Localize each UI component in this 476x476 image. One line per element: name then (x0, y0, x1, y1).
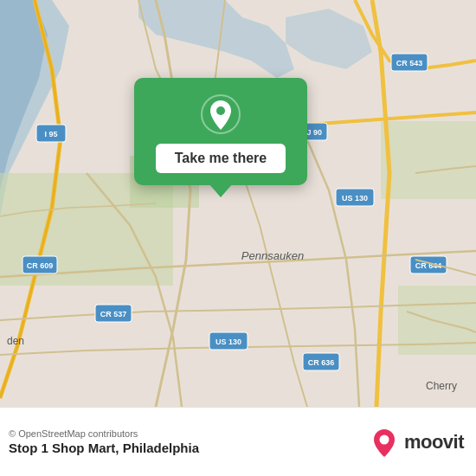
take-me-there-button[interactable]: Take me there (156, 144, 286, 173)
moovit-logo: moovit (370, 428, 464, 457)
map-svg: I 95 NJ 90 US 130 CR 543 CR 609 CR 537 U… (0, 0, 476, 407)
svg-text:CR 543: CR 543 (396, 59, 423, 68)
svg-point-27 (216, 106, 225, 115)
svg-text:CR 537: CR 537 (100, 310, 127, 318)
svg-text:US 130: US 130 (342, 194, 368, 203)
svg-point-28 (379, 434, 389, 444)
moovit-label: moovit (404, 431, 464, 453)
bottom-bar: © OpenStreetMap contributors Stop 1 Shop… (0, 407, 476, 476)
moovit-icon (370, 428, 399, 457)
bottom-info: © OpenStreetMap contributors Stop 1 Shop… (9, 428, 199, 455)
popup-card: Take me there (134, 78, 307, 185)
svg-text:CR 636: CR 636 (308, 358, 335, 367)
svg-text:I 95: I 95 (44, 130, 57, 138)
place-name: Stop 1 Shop Mart, Philadelphia (9, 441, 199, 455)
svg-rect-3 (381, 121, 476, 199)
map-container: I 95 NJ 90 US 130 CR 543 CR 609 CR 537 U… (0, 0, 476, 407)
svg-text:den: den (7, 335, 24, 347)
location-pin-icon (200, 93, 241, 135)
osm-attribution: © OpenStreetMap contributors (9, 428, 199, 439)
svg-text:CR 609: CR 609 (27, 261, 54, 270)
svg-text:US 130: US 130 (215, 338, 241, 346)
svg-text:Cherry: Cherry (426, 380, 457, 392)
svg-text:Pennsauken: Pennsauken (241, 249, 304, 262)
